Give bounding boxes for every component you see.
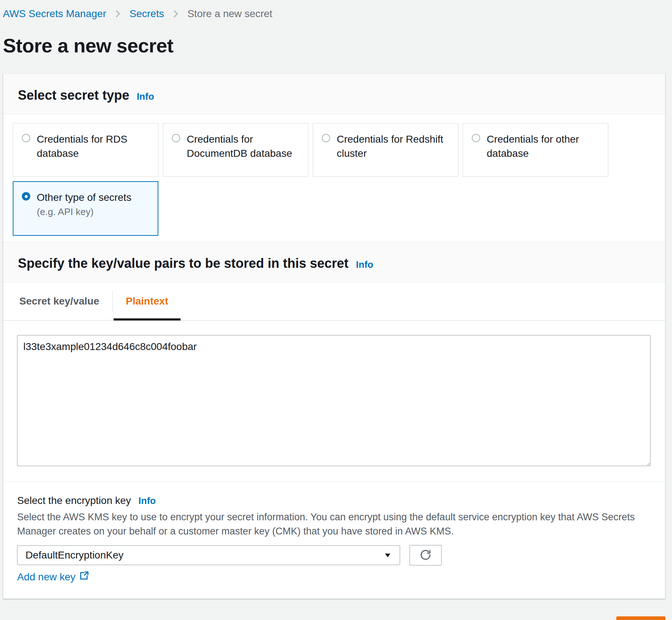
encryption-key-info-link[interactable]: Info [138,495,156,506]
cancel-button[interactable]: Cancel [558,617,599,620]
secret-type-option-other-database[interactable]: Credentials for other database [463,123,608,177]
breadcrumb-chevron-icon [114,9,122,18]
secret-value-tabs: Secret key/value Plaintext [3,282,665,321]
secret-type-option-other-secrets[interactable]: Other type of secrets (e.g. API key) [13,181,158,236]
encryption-key-section: Select the encryption key Info Select th… [3,482,665,599]
next-button[interactable]: Next [616,616,665,620]
store-new-secret-page: AWS Secrets Manager Secrets Store a new … [0,0,672,620]
radio-unchecked-icon[interactable] [172,134,180,142]
chevron-down-icon [384,551,392,559]
option-label: Other type of secrets [37,190,131,204]
encryption-key-label: Select the encryption key [17,495,131,506]
wizard-footer: Cancel Next [3,616,665,620]
radio-unchecked-icon[interactable] [322,134,330,142]
keyvalue-section-header: Specify the key/value pairs to be stored… [3,242,665,282]
add-new-key-link[interactable]: Add new key [17,571,89,583]
radio-checked-icon[interactable] [22,192,30,200]
breadcrumb-chevron-icon [171,9,180,18]
refresh-icon [419,549,432,562]
breadcrumb-current: Store a new secret [187,8,272,20]
plaintext-editor-wrap: l33te3xample01234d646c8c004foobar [3,321,665,468]
secret-type-options: Credentials for RDS database Credentials… [3,114,665,242]
option-label: Credentials for other database [487,132,599,160]
refresh-keys-button[interactable] [410,545,442,565]
encryption-key-description: Select the AWS KMS key to use to encrypt… [17,510,651,538]
encryption-key-select[interactable]: DefaultEncryptionKey [17,545,400,565]
encryption-key-selected-value: DefaultEncryptionKey [25,549,123,561]
keyvalue-info-link[interactable]: Info [356,259,373,270]
secret-type-option-rds[interactable]: Credentials for RDS database [13,123,158,177]
option-label: Credentials for DocumentDB database [187,132,299,160]
add-new-key-label: Add new key [17,571,75,583]
breadcrumb-link-secrets[interactable]: Secrets [130,8,164,20]
select-secret-type-title: Select secret type [18,88,129,103]
tab-secret-keyvalue[interactable]: Secret key/value [19,282,112,320]
encryption-key-row: DefaultEncryptionKey [17,545,651,565]
option-sublabel: (e.g. API key) [37,205,131,219]
secret-type-option-redshift[interactable]: Credentials for Redshift cluster [313,123,458,177]
tab-plaintext[interactable]: Plaintext [113,282,182,320]
breadcrumb: AWS Secrets Manager Secrets Store a new … [3,8,665,20]
option-label: Credentials for Redshift cluster [337,132,449,160]
external-link-icon [79,571,89,583]
secret-type-info-link[interactable]: Info [137,91,154,102]
secret-type-option-documentdb[interactable]: Credentials for DocumentDB database [163,123,308,177]
keyvalue-section-title: Specify the key/value pairs to be stored… [18,256,348,271]
breadcrumb-link-secrets-manager[interactable]: AWS Secrets Manager [3,8,106,20]
option-label: Credentials for RDS database [37,132,149,160]
radio-unchecked-icon[interactable] [22,134,30,142]
page-title: Store a new secret [3,34,665,57]
select-secret-type-header: Select secret type Info [3,74,665,114]
plaintext-secret-input[interactable]: l33te3xample01234d646c8c004foobar [17,335,651,466]
store-secret-form-card: Select secret type Info Credentials for … [3,73,665,599]
radio-unchecked-icon[interactable] [472,134,480,142]
